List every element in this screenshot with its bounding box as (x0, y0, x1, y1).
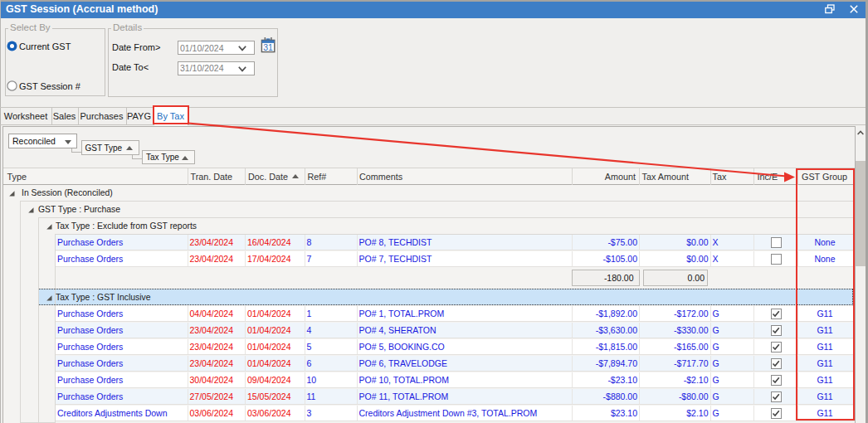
svg-text:31: 31 (263, 42, 273, 52)
